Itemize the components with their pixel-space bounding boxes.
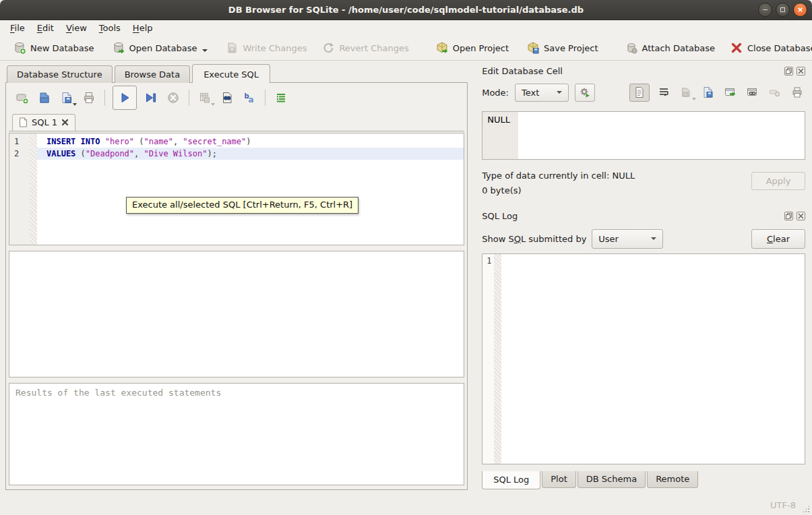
tab-plot[interactable]: Plot bbox=[542, 471, 576, 488]
line-number: 2 bbox=[14, 148, 30, 160]
execute-all-button[interactable] bbox=[113, 86, 137, 110]
save-sql-dropdown-icon[interactable] bbox=[73, 103, 77, 106]
tab-database-structure[interactable]: Database Structure bbox=[7, 65, 113, 83]
close-database-icon bbox=[730, 41, 743, 55]
text-mode-button[interactable] bbox=[629, 84, 650, 102]
cell-null-gutter: NULL bbox=[482, 112, 518, 159]
cell-mode-row: Mode: Text bbox=[482, 82, 805, 103]
results-grid[interactable] bbox=[9, 251, 464, 377]
editor-toolbar-separator bbox=[189, 90, 189, 106]
tab-browse-data[interactable]: Browse Data bbox=[115, 65, 191, 83]
log-line-number: 1 bbox=[482, 254, 494, 464]
close-icon[interactable]: × bbox=[793, 3, 807, 17]
results-message-area[interactable]: Results of the last executed statements bbox=[9, 383, 464, 485]
save-project-button[interactable]: Save Project bbox=[523, 38, 602, 57]
resize-grip-icon[interactable] bbox=[802, 505, 810, 513]
encoding-indicator[interactable]: UTF-8 bbox=[770, 500, 796, 510]
sql-log-filter-row: Show SQL submitted by User Clear bbox=[482, 228, 805, 249]
horizontal-splitter[interactable] bbox=[9, 245, 464, 251]
main-tabbar: Database Structure Browse Data Execute S… bbox=[7, 64, 468, 83]
execute-current-line-button[interactable] bbox=[143, 90, 159, 106]
submitted-by-select[interactable]: User bbox=[592, 229, 663, 249]
format-sql-icon bbox=[274, 91, 288, 104]
print-cell-button[interactable] bbox=[789, 84, 805, 100]
save-sql-file-button[interactable] bbox=[59, 90, 75, 106]
horizontal-splitter[interactable] bbox=[9, 377, 464, 383]
attach-database-icon bbox=[625, 41, 638, 55]
sql-code-line[interactable]: INSERT INTO "hero" ("name", "secret_name… bbox=[37, 135, 464, 148]
apply-button[interactable]: Apply bbox=[751, 172, 805, 190]
tab-sql-log[interactable]: SQL Log bbox=[482, 471, 540, 489]
minimize-icon[interactable]: − bbox=[758, 3, 772, 17]
write-changes-button[interactable]: Write Changes bbox=[222, 38, 310, 57]
copy-link-button[interactable] bbox=[745, 84, 761, 100]
import-gear-button[interactable] bbox=[575, 84, 595, 102]
print-sql-button[interactable] bbox=[81, 90, 97, 106]
clear-button[interactable]: Clear bbox=[751, 229, 805, 249]
dock-close-icon[interactable] bbox=[797, 212, 805, 220]
new-database-button[interactable]: New Database bbox=[9, 38, 98, 57]
import-cell-button[interactable] bbox=[678, 84, 694, 100]
open-sql-file-icon bbox=[38, 91, 51, 104]
new-sql-tab-button[interactable] bbox=[14, 90, 30, 106]
open-database-button[interactable]: Open Database bbox=[108, 38, 212, 57]
cell-value: NULL bbox=[487, 115, 510, 125]
tab-execute-sql[interactable]: Execute SQL bbox=[192, 64, 270, 83]
open-sql-file-button[interactable] bbox=[36, 90, 53, 106]
sql-code[interactable]: INSERT INTO "hero" ("name", "secret_name… bbox=[37, 133, 464, 245]
format-sql-button[interactable] bbox=[273, 90, 289, 106]
cell-value-editor[interactable]: NULL bbox=[482, 111, 805, 160]
revert-changes-icon bbox=[321, 41, 335, 55]
menu-help[interactable]: Help bbox=[127, 21, 159, 35]
sql-code-line[interactable]: VALUES ("Deadpond", "Dive Wilson"); bbox=[37, 148, 464, 160]
export-cell-button[interactable] bbox=[700, 84, 716, 100]
close-tab-icon[interactable] bbox=[61, 119, 69, 126]
statusbar: UTF-8 bbox=[0, 495, 812, 515]
open-database-dropdown-icon[interactable] bbox=[202, 49, 208, 52]
window-title: DB Browser for SQLite - /home/user/code/… bbox=[228, 5, 584, 15]
maximize-glyph bbox=[780, 7, 785, 12]
titlebar[interactable]: DB Browser for SQLite - /home/user/code/… bbox=[0, 0, 812, 20]
maximize-icon[interactable] bbox=[776, 3, 790, 17]
log-content[interactable] bbox=[501, 254, 805, 464]
open-project-icon bbox=[435, 41, 449, 55]
tab-db-schema[interactable]: DB Schema bbox=[577, 471, 646, 488]
sql-tab-label: SQL 1 bbox=[32, 117, 57, 127]
print-cell-icon bbox=[791, 86, 803, 98]
editor-toolbar-separator bbox=[104, 90, 105, 106]
stop-execution-button[interactable] bbox=[165, 90, 181, 106]
open-project-button[interactable]: Open Project bbox=[432, 38, 512, 57]
save-results-dropdown-icon[interactable] bbox=[211, 103, 215, 106]
attach-database-button[interactable]: Attach Database bbox=[621, 38, 718, 57]
menu-edit[interactable]: Edit bbox=[31, 21, 60, 35]
dock-float-icon[interactable] bbox=[784, 212, 793, 220]
import-cell-dropdown-icon bbox=[692, 98, 696, 100]
cell-edit-area[interactable] bbox=[518, 112, 805, 159]
new-database-icon bbox=[13, 41, 26, 55]
splitter-handle bbox=[227, 380, 246, 381]
edit-cell-dock-header: Edit Database Cell bbox=[482, 64, 805, 78]
sql-editor[interactable]: 12 INSERT INTO "hero" ("name", "secret_n… bbox=[9, 133, 464, 245]
set-null-button[interactable] bbox=[767, 84, 783, 100]
mode-selected-value: Text bbox=[522, 88, 539, 98]
auto-complete-button[interactable]: ba bbox=[241, 90, 257, 106]
menu-tools[interactable]: Tools bbox=[93, 21, 127, 35]
menu-file[interactable]: File bbox=[4, 21, 31, 35]
sql-1-tab[interactable]: SQL 1 bbox=[12, 114, 75, 131]
mode-select[interactable]: Text bbox=[515, 84, 569, 102]
word-wrap-button[interactable] bbox=[656, 84, 672, 100]
save-results-button[interactable] bbox=[197, 90, 213, 106]
revert-changes-button[interactable]: Revert Changes bbox=[318, 38, 412, 57]
open-in-external-button[interactable] bbox=[722, 84, 739, 100]
save-results-icon bbox=[198, 91, 212, 104]
find-in-sql-button[interactable] bbox=[219, 90, 235, 106]
sql-file-icon bbox=[19, 117, 28, 127]
close-database-button[interactable]: Close Database bbox=[726, 38, 812, 57]
tab-remote[interactable]: Remote bbox=[647, 471, 698, 488]
dock-splitter[interactable] bbox=[482, 202, 805, 208]
main-toolbar: New Database Open Database Write Changes… bbox=[0, 36, 812, 61]
menu-view[interactable]: View bbox=[60, 21, 93, 35]
sql-log-view[interactable]: 1 bbox=[482, 253, 805, 464]
dock-close-icon[interactable] bbox=[797, 67, 805, 75]
dock-float-icon[interactable] bbox=[784, 67, 793, 75]
